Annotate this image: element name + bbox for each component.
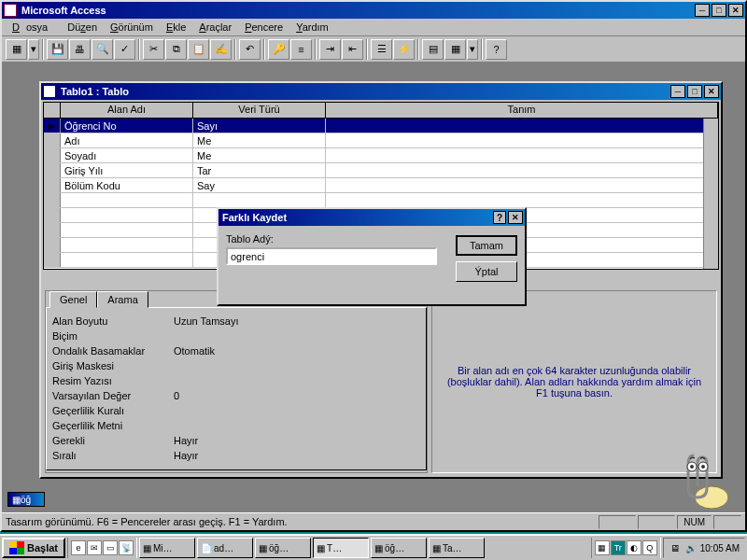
cell-field-name[interactable]: Adı (61, 133, 193, 147)
cell-field-type[interactable]: Me (193, 148, 326, 162)
property-value[interactable]: Hayır (174, 450, 420, 462)
new-object-dropdown[interactable]: ▾ (467, 39, 478, 60)
new-object-button[interactable]: ▦ (444, 39, 466, 60)
property-row[interactable]: Varsayılan Değer0 (52, 388, 420, 403)
delete-row-button[interactable]: ⇤ (342, 39, 363, 60)
cancel-button[interactable]: Ýptal (456, 261, 517, 282)
cell-field-name[interactable]: Soyadı (61, 148, 193, 162)
row-selector[interactable]: ▶ (44, 119, 61, 133)
ql-ie-icon[interactable]: e (71, 540, 86, 555)
insert-row-button[interactable]: ⇥ (319, 39, 341, 60)
child-close-button[interactable]: ✕ (704, 85, 719, 98)
menu-ekle[interactable]: Ekle (160, 20, 192, 35)
cell-field-type[interactable]: Tar (193, 163, 326, 177)
cell-field-desc[interactable] (326, 119, 718, 133)
close-button[interactable]: ✕ (728, 4, 743, 17)
property-value[interactable] (174, 336, 420, 337)
index-button[interactable]: ≡ (290, 39, 312, 60)
col-veri-turu[interactable]: Veri Türü (193, 103, 326, 118)
start-button[interactable]: Başlat (2, 538, 65, 558)
ok-button[interactable]: Tamam (456, 235, 517, 256)
paste-button[interactable]: 📋 (188, 39, 209, 60)
help-button[interactable]: ? (486, 39, 507, 60)
row-selector[interactable] (44, 178, 61, 192)
property-row[interactable]: Resim Yazısı (52, 373, 420, 388)
property-row[interactable]: Biçim (52, 329, 420, 343)
tray-clock[interactable]: 10:05 AM (700, 543, 740, 553)
table-row[interactable]: Bölüm KoduSay (44, 178, 718, 193)
minimize-button[interactable]: ─ (695, 4, 710, 17)
spell-button[interactable]: ✓ (114, 39, 135, 60)
format-button[interactable]: ✍ (210, 39, 232, 60)
property-value[interactable]: Hayır (174, 435, 420, 447)
property-value[interactable] (174, 411, 420, 412)
child-maximize-button[interactable]: □ (687, 85, 702, 98)
minimized-window[interactable]: ▦ öğ (7, 492, 45, 507)
menu-gorunum[interactable]: Görünüm (104, 20, 160, 35)
ql-oe-icon[interactable]: ✉ (87, 540, 102, 555)
lightning-button[interactable]: ⚡ (393, 39, 415, 60)
row-selector[interactable] (44, 163, 61, 177)
menu-duzen[interactable]: Düzen (61, 20, 104, 35)
property-row[interactable]: Geçerlilik Kuralı (52, 403, 420, 418)
dialog-help-button[interactable]: ? (493, 211, 506, 224)
col-alan-adi[interactable]: Alan Adı (61, 103, 193, 118)
property-row[interactable]: Geçerlilik Metni (52, 418, 420, 433)
cell-field-type[interactable]: Say (193, 178, 326, 192)
menu-pencere[interactable]: Pencere (238, 20, 289, 35)
table-name-input[interactable] (226, 247, 437, 265)
tab-general[interactable]: Genel (49, 291, 97, 308)
cell-field-type[interactable]: Me (193, 133, 326, 147)
taskbar-button[interactable]: ▦T… (313, 538, 369, 558)
property-row[interactable]: Alan BoyutuUzun Tamsayı (52, 314, 420, 329)
dialog-close-button[interactable]: ✕ (508, 211, 523, 224)
cell-field-desc[interactable] (326, 148, 718, 162)
table-row-empty[interactable] (44, 193, 718, 208)
table-row[interactable]: Giriş YılıTar (44, 163, 718, 178)
taskbar-button[interactable]: ▦Ta… (429, 538, 485, 558)
ql-icon-b[interactable]: ◐ (627, 540, 641, 555)
taskbar-button[interactable]: ▦Mi… (139, 538, 195, 558)
grid-scrollbar[interactable] (703, 119, 718, 269)
property-value[interactable]: Uzun Tamsayı (174, 315, 420, 328)
property-row[interactable]: SıralıHayır (52, 448, 420, 463)
taskbar-button[interactable]: 📄ad… (197, 538, 253, 558)
col-tanim[interactable]: Tanım (326, 103, 718, 118)
taskbar-button[interactable]: ▦öğ… (255, 538, 311, 558)
copy-button[interactable]: ⧉ (165, 39, 187, 60)
row-selector[interactable] (44, 148, 61, 162)
save-button[interactable]: 💾 (47, 39, 68, 60)
property-row[interactable]: Giriş Maskesi (52, 358, 420, 373)
row-selector[interactable] (44, 133, 61, 147)
child-minimize-button[interactable]: ─ (670, 85, 685, 98)
table-row[interactable]: ▶Öğrenci NoSayı (44, 119, 718, 133)
ql-channels-icon[interactable]: 📡 (119, 540, 134, 555)
property-row[interactable]: GerekliHayır (52, 433, 420, 448)
ql-icon-c[interactable]: Q (642, 540, 657, 555)
property-value[interactable]: Otomatik (174, 345, 420, 357)
tray-volume-icon[interactable]: 🔊 (684, 541, 698, 554)
cell-field-name[interactable]: Öğrenci No (61, 119, 193, 133)
view-button[interactable]: ▦ (6, 39, 27, 60)
db-window-button[interactable]: ▤ (422, 39, 444, 60)
undo-button[interactable]: ↶ (239, 39, 261, 60)
menu-dosya[interactable]: Dosya (6, 20, 61, 35)
cell-field-desc[interactable] (326, 133, 718, 147)
cut-button[interactable]: ✂ (143, 39, 164, 60)
property-row[interactable]: Ondalık BasamaklarOtomatik (52, 343, 420, 358)
cell-field-desc[interactable] (326, 178, 718, 192)
property-value[interactable] (174, 366, 420, 367)
property-value[interactable]: 0 (174, 390, 420, 402)
menu-yardim[interactable]: Yardım (289, 20, 335, 35)
print-button[interactable]: 🖶 (69, 39, 91, 60)
preview-button[interactable]: 🔍 (92, 39, 113, 60)
ql-desktop-icon[interactable]: ▭ (103, 540, 118, 555)
office-assistant[interactable] (674, 446, 730, 511)
property-value[interactable] (174, 426, 420, 427)
menu-araclar[interactable]: Araçlar (192, 20, 238, 35)
view-dropdown[interactable]: ▾ (28, 39, 39, 60)
tray-display-icon[interactable]: 🖥 (669, 541, 682, 554)
property-value[interactable] (174, 381, 420, 382)
taskbar-button[interactable]: ▦öğ… (371, 538, 427, 558)
table-row[interactable]: AdıMe (44, 133, 718, 148)
